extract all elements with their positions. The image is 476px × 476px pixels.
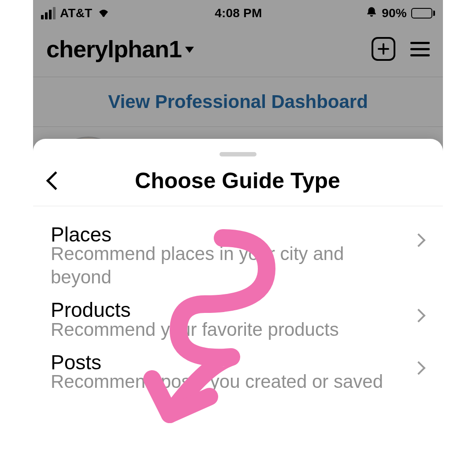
guide-type-products[interactable]: Products Recommend your favorite product… (51, 299, 430, 352)
option-title: Products (51, 299, 406, 320)
chevron-right-icon (412, 233, 425, 247)
guide-type-posts[interactable]: Posts Recommend posts you created or sav… (51, 352, 430, 404)
sheet-title: Choose Guide Type (45, 168, 430, 193)
choose-guide-type-sheet: Choose Guide Type Places Recommend place… (33, 139, 443, 476)
option-title: Posts (51, 352, 406, 373)
option-subtitle: Recommend your favorite products (51, 318, 406, 342)
sheet-grabber[interactable] (219, 152, 257, 156)
option-subtitle: Recommend posts you created or saved (51, 370, 406, 394)
chevron-right-icon (412, 361, 425, 375)
option-subtitle: Recommend places in your city and beyond (51, 242, 406, 289)
guide-type-places[interactable]: Places Recommend places in your city and… (51, 224, 430, 299)
chevron-right-icon (412, 309, 425, 323)
option-title: Places (51, 224, 406, 245)
